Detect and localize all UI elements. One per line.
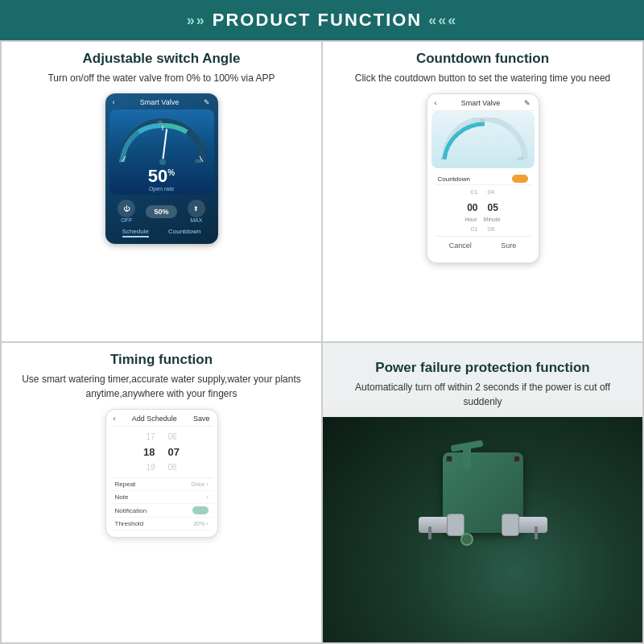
countdown-toggle[interactable] bbox=[512, 175, 528, 183]
bolt-tl bbox=[446, 456, 452, 462]
gauge-area-light: 0 50 100 bbox=[431, 111, 535, 168]
sched-save[interactable]: Save bbox=[193, 415, 210, 423]
pipe-left bbox=[419, 517, 451, 533]
note-label: Note bbox=[115, 493, 129, 501]
repeat-label: Repeat bbox=[115, 481, 136, 488]
notification-label: Notification bbox=[115, 507, 147, 514]
phone-header-adjustable: ‹ Smart Valve ✎ bbox=[109, 98, 214, 109]
page-header: »» PRODUCT FUNCTION ««« bbox=[0, 0, 644, 40]
sched-note-row[interactable]: Note › bbox=[110, 491, 213, 504]
off-button[interactable]: ⏻ bbox=[118, 200, 135, 217]
page-title: PRODUCT FUNCTION bbox=[213, 10, 423, 31]
time-labels: Hour Minute bbox=[435, 217, 531, 222]
svg-line-3 bbox=[163, 130, 167, 162]
phone-title-adjustable: Smart Valve bbox=[140, 98, 179, 106]
time-hour-2: 19 bbox=[146, 463, 155, 472]
phone-schedule: ‹ Add Schedule Save 17 06 18 07 19 bbox=[105, 409, 218, 538]
countdown-label: Countdown bbox=[438, 175, 470, 183]
schedule-tab[interactable]: Schedule bbox=[122, 228, 149, 237]
clamp-left bbox=[428, 526, 431, 539]
svg-text:0: 0 bbox=[119, 159, 122, 163]
countdown-toggle-row: Countdown bbox=[435, 173, 531, 185]
cell-adjustable-switch: Adjustable switch Angle Turn on/off the … bbox=[1, 41, 322, 342]
sched-settings: Repeat Once › Note › Notification Thresh… bbox=[110, 477, 213, 530]
sched-threshold-row[interactable]: Threshold 20% › bbox=[110, 518, 213, 530]
minute-label: Minute bbox=[484, 217, 501, 222]
cell-timing-desc: Use smart watering timer,accurate water … bbox=[2, 372, 321, 406]
max-button[interactable]: ⬆ bbox=[188, 200, 205, 217]
time-min-0: 06 bbox=[168, 432, 177, 441]
page-container: »» PRODUCT FUNCTION ««« Adjustable switc… bbox=[0, 0, 644, 644]
sure-button[interactable]: Sure bbox=[494, 240, 522, 251]
edit-icon-cd[interactable]: ✎ bbox=[524, 99, 530, 107]
gauge-light-svg: 0 50 100 bbox=[436, 118, 533, 162]
sched-time-row-1[interactable]: 18 07 bbox=[110, 444, 213, 460]
countdown-actions: Cancel Sure bbox=[435, 236, 531, 251]
cell-power-title: Power failure protection function bbox=[331, 351, 634, 380]
note-value: › bbox=[206, 494, 208, 500]
pipe-right bbox=[515, 517, 547, 533]
sched-notification-row[interactable]: Notification bbox=[110, 504, 213, 518]
countdown-section: Countdown 0104 00 05 Hour Minute bbox=[431, 168, 535, 256]
minute-value[interactable]: 05 bbox=[488, 202, 498, 213]
time-scroll-below: 0106 bbox=[435, 222, 531, 236]
gauge-label: Open rate bbox=[114, 186, 209, 192]
repeat-value: Once › bbox=[191, 481, 208, 487]
sched-time-row-2: 19 08 bbox=[110, 460, 213, 474]
cell-power-desc: Automatically turn off within 2 seconds … bbox=[331, 380, 634, 414]
svg-point-4 bbox=[159, 159, 166, 165]
phone-controls: ⏻ OFF 50% ⬆ MAX bbox=[109, 195, 214, 225]
time-scroll-main: 00 05 bbox=[435, 199, 531, 217]
gauge-area: 0 50 100 50% Open rate bbox=[109, 109, 214, 195]
valve-illustration bbox=[419, 436, 547, 613]
cell-timing-title: Timing function bbox=[102, 343, 221, 372]
cell-countdown: Countdown function Click the coutdown bu… bbox=[322, 41, 643, 342]
time-min-1: 07 bbox=[168, 446, 180, 458]
back-icon-cd[interactable]: ‹ bbox=[435, 99, 437, 107]
threshold-value: 20% › bbox=[193, 521, 208, 526]
cancel-button[interactable]: Cancel bbox=[443, 240, 478, 251]
back-icon[interactable]: ‹ bbox=[113, 98, 115, 106]
cell-timing: Timing function Use smart watering timer… bbox=[1, 342, 322, 643]
countdown-tab[interactable]: Countdown bbox=[168, 228, 200, 237]
svg-text:0: 0 bbox=[441, 156, 444, 161]
notification-toggle[interactable] bbox=[192, 506, 208, 514]
svg-text:50: 50 bbox=[158, 120, 163, 125]
svg-text:50: 50 bbox=[480, 118, 485, 123]
feature-grid: Adjustable switch Angle Turn on/off the … bbox=[0, 40, 644, 644]
time-hour-0: 17 bbox=[146, 432, 155, 441]
nut-right bbox=[502, 514, 519, 536]
sched-repeat-row[interactable]: Repeat Once › bbox=[110, 478, 213, 491]
cell-power-failure: Power failure protection function Automa… bbox=[322, 342, 643, 643]
phone-countdown-header: ‹ Smart Valve ✎ bbox=[431, 99, 535, 111]
sched-title: Add Schedule bbox=[132, 415, 177, 423]
cell-countdown-title: Countdown function bbox=[408, 42, 557, 71]
sched-back-icon[interactable]: ‹ bbox=[114, 415, 116, 423]
sched-time-row-0: 17 06 bbox=[110, 430, 213, 444]
edit-icon[interactable]: ✎ bbox=[204, 98, 210, 106]
time-hour-1: 18 bbox=[143, 446, 155, 458]
gauge-svg: 0 50 100 bbox=[114, 118, 211, 166]
cell-adjustable-title: Adjustable switch Angle bbox=[75, 42, 249, 71]
phone-adjustable: ‹ Smart Valve ✎ bbox=[105, 93, 218, 244]
header-deco-left: »» bbox=[187, 12, 206, 29]
off-label: OFF bbox=[118, 217, 135, 223]
connector-ring bbox=[460, 533, 473, 546]
valve-photo bbox=[323, 407, 642, 642]
pct-control[interactable]: 50% bbox=[146, 205, 176, 218]
sched-header: ‹ Add Schedule Save bbox=[110, 415, 213, 427]
cell-adjustable-desc: Turn on/off the water valve from 0% to 1… bbox=[36, 71, 286, 90]
hour-value[interactable]: 00 bbox=[467, 202, 477, 213]
svg-text:100: 100 bbox=[195, 159, 202, 163]
time-min-2: 08 bbox=[168, 463, 177, 472]
nut-left bbox=[447, 514, 464, 536]
phone-footer: Schedule Countdown bbox=[109, 225, 214, 237]
gauge-value: 50% bbox=[114, 167, 209, 185]
cell-countdown-desc: Click the coutdown button to set the wat… bbox=[344, 71, 622, 90]
phone-countdown: ‹ Smart Valve ✎ 0 50 100 Countdown bbox=[427, 93, 539, 263]
time-scroll-above: 0104 bbox=[435, 185, 531, 199]
threshold-label: Threshold bbox=[115, 520, 144, 527]
phone-title-cd: Smart Valve bbox=[461, 99, 500, 107]
clamp-right bbox=[535, 526, 538, 539]
bolt-tr bbox=[514, 456, 520, 462]
